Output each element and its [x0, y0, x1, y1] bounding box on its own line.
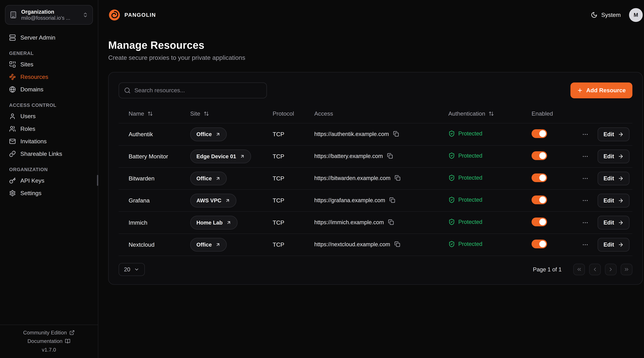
protocol-cell: TCP — [262, 123, 304, 145]
sidebar-item-roles[interactable]: Roles — [5, 123, 93, 135]
edit-label: Edit — [604, 241, 614, 248]
sidebar: Organization milo@fossorial.io's ... Ser… — [0, 0, 98, 358]
row-menu-button[interactable] — [582, 241, 588, 248]
sidebar-item-users[interactable]: Users — [5, 110, 93, 123]
chevrons-left-icon — [576, 266, 582, 272]
site-cell: Office — [180, 234, 262, 256]
access-cell: https://bitwarden.example.com — [304, 167, 438, 189]
sidebar-item-invitations[interactable]: Invitations — [5, 135, 93, 148]
copy-icon — [387, 153, 393, 159]
row-menu-button[interactable] — [582, 153, 588, 160]
sidebar-item-label: Roles — [20, 126, 35, 132]
sidebar-resize-handle[interactable] — [97, 175, 98, 186]
edit-label: Edit — [604, 197, 614, 204]
authentication-cell: Protected — [438, 167, 522, 189]
sidebar-item-domains[interactable]: Domains — [5, 83, 93, 96]
edit-label: Edit — [604, 153, 614, 160]
table-header-row: Name Site Protocol Access Authentication… — [118, 104, 632, 123]
edit-button[interactable]: Edit — [598, 172, 630, 185]
edit-button[interactable]: Edit — [598, 216, 630, 229]
sidebar-item-server-admin[interactable]: Server Admin — [5, 31, 93, 44]
edit-button[interactable]: Edit — [598, 127, 630, 141]
site-link-button[interactable]: Office — [190, 172, 227, 185]
sidebar-item-sites[interactable]: Sites — [5, 58, 93, 71]
edit-button[interactable]: Edit — [598, 194, 630, 207]
copy-url-button[interactable] — [395, 175, 400, 182]
site-link-button[interactable]: AWS VPC — [190, 194, 236, 207]
copy-url-button[interactable] — [388, 219, 394, 226]
copy-url-button[interactable] — [387, 153, 393, 160]
add-resource-button[interactable]: Add Resource — [570, 83, 632, 98]
sidebar-item-label: Server Admin — [20, 34, 56, 41]
community-edition-link[interactable]: Community Edition — [23, 330, 75, 336]
column-header-name[interactable]: Name — [118, 104, 180, 123]
sidebar-item-settings[interactable]: Settings — [5, 187, 93, 199]
search-input[interactable] — [134, 87, 261, 94]
enabled-cell — [522, 212, 575, 234]
enabled-toggle[interactable] — [532, 151, 547, 160]
documentation-link[interactable]: Documentation — [28, 338, 70, 344]
column-header-site[interactable]: Site — [180, 104, 262, 123]
site-link-button[interactable]: Office — [190, 127, 227, 141]
arrow-up-right-icon — [216, 176, 220, 181]
enabled-toggle[interactable] — [532, 195, 547, 204]
copy-icon — [393, 131, 399, 137]
edit-button[interactable]: Edit — [598, 150, 630, 163]
site-link-button[interactable]: Home Lab — [190, 216, 238, 229]
protocol-value: TCP — [273, 219, 284, 226]
resource-name-cell: Battery Monitor — [118, 145, 180, 167]
external-link-icon — [69, 330, 75, 335]
edit-button[interactable]: Edit — [598, 238, 630, 252]
sidebar-item-label: Resources — [20, 74, 48, 80]
sidebar-item-resources[interactable]: Resources — [5, 71, 93, 83]
avatar[interactable]: M — [629, 8, 643, 22]
app-root: Organization milo@fossorial.io's ... Ser… — [0, 0, 644, 358]
org-selector[interactable]: Organization milo@fossorial.io's ... — [5, 5, 93, 25]
row-menu-button[interactable] — [582, 197, 588, 204]
row-menu-button[interactable] — [582, 219, 588, 226]
page-size-select[interactable]: 20 — [118, 263, 145, 276]
ellipsis-icon — [582, 241, 588, 248]
sidebar-item-label: Invitations — [20, 138, 47, 145]
shield-check-icon — [448, 197, 455, 203]
protocol-cell: TCP — [262, 190, 304, 212]
table-row: Immich Home Lab TCP https://immich.examp… — [118, 212, 632, 234]
version-label: v1.7.0 — [42, 347, 56, 353]
site-link-button[interactable]: Office — [190, 238, 227, 252]
copy-url-button[interactable] — [389, 197, 395, 204]
protocol-cell: TCP — [262, 145, 304, 167]
shield-check-icon — [448, 241, 455, 247]
sidebar-item-shareable-links[interactable]: Shareable Links — [5, 148, 93, 160]
last-page-button[interactable] — [621, 264, 632, 275]
access-url: https://nextcloud.example.com — [314, 241, 390, 247]
chevron-down-icon — [134, 267, 139, 272]
sidebar-item-label: Settings — [20, 190, 41, 197]
next-page-button[interactable] — [605, 264, 616, 275]
previous-page-button[interactable] — [589, 264, 601, 275]
enabled-cell — [522, 234, 575, 256]
sidebar-item-api-keys[interactable]: API Keys — [5, 174, 93, 187]
enabled-toggle[interactable] — [532, 240, 547, 248]
row-menu-button[interactable] — [582, 131, 588, 138]
enabled-toggle[interactable] — [532, 129, 547, 138]
access-cell: https://battery.example.com — [304, 145, 438, 167]
enabled-toggle[interactable] — [532, 218, 547, 226]
key-icon — [9, 177, 16, 184]
column-header-access: Access — [304, 104, 438, 123]
first-page-button[interactable] — [573, 264, 585, 275]
copy-url-button[interactable] — [393, 131, 399, 138]
table-row: Battery Monitor Edge Device 01 TCP https… — [118, 145, 632, 167]
theme-label: System — [601, 12, 621, 18]
copy-url-button[interactable] — [394, 241, 400, 248]
copy-icon — [388, 219, 394, 225]
column-header-authentication[interactable]: Authentication — [438, 104, 522, 123]
site-link-button[interactable]: Edge Device 01 — [190, 150, 251, 163]
protected-badge: Protected — [448, 152, 482, 159]
protocol-value: TCP — [273, 241, 284, 248]
enabled-toggle[interactable] — [532, 173, 547, 182]
row-menu-button[interactable] — [582, 175, 588, 182]
topbar: PANGOLIN System M — [108, 0, 643, 30]
actions-cell: Edit — [575, 212, 632, 234]
documentation-label: Documentation — [28, 338, 62, 344]
theme-toggle-button[interactable]: System — [591, 12, 621, 18]
